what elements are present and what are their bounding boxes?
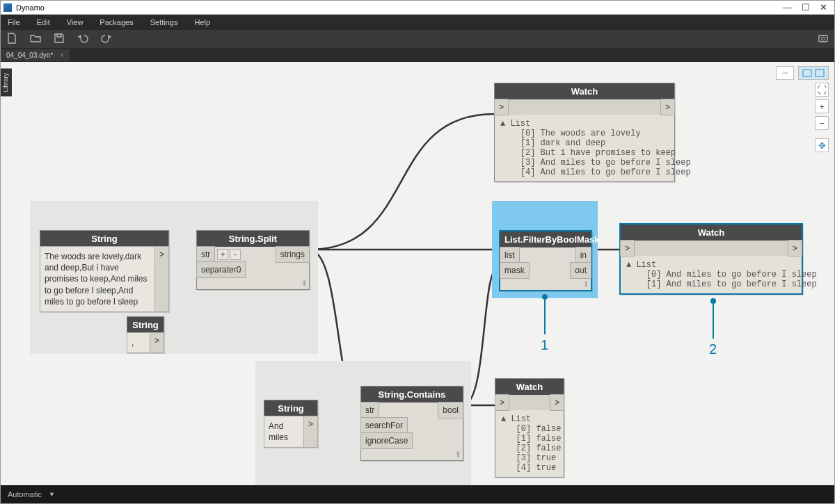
output-port-bool[interactable]: bool (438, 402, 463, 418)
window-maximize-button[interactable]: ☐ (802, 2, 810, 13)
undo-icon[interactable] (77, 33, 88, 46)
input-port[interactable]: > (494, 99, 509, 115)
input-port-mask[interactable]: mask (500, 262, 530, 279)
callout-2: 2 (709, 298, 717, 357)
node-title: String (40, 231, 168, 247)
menu-file[interactable]: File (8, 18, 20, 26)
input-port[interactable]: > (620, 240, 635, 257)
title-bar: Dynamo — ☐ ✕ (1, 1, 834, 15)
svg-point-1 (822, 37, 825, 40)
output-port[interactable]: > (150, 332, 164, 353)
string-value[interactable]: The woods are lovely,dark and deep,But i… (40, 246, 156, 312)
screenshot-icon[interactable] (818, 33, 829, 46)
node-string-split[interactable]: String.Split str + - strings separater0 … (196, 230, 310, 290)
redo-icon[interactable] (101, 33, 112, 46)
lacing-icon[interactable]: ⦀ (456, 450, 460, 459)
watch-content: ▲ List [0] false [1] false [2] false [3]… (495, 410, 564, 477)
watch-content: ▲ List [0] The woods are lovely [1] dark… (495, 115, 674, 181)
input-port-ignorecase[interactable]: ignoreCase (360, 432, 413, 449)
input-port-list[interactable]: list (500, 247, 520, 263)
string-value[interactable]: And miles (264, 416, 305, 448)
open-file-icon[interactable] (30, 33, 41, 46)
node-filter-by-bool-mask[interactable]: List.FilterByBoolMask list in mask out ⦀ (499, 230, 592, 291)
node-title: Watch (621, 225, 802, 241)
input-port[interactable]: > (495, 394, 509, 411)
toolbar (1, 30, 834, 48)
string-value[interactable]: , (127, 332, 151, 353)
run-mode-selector[interactable]: Automatic ▼ (8, 490, 55, 498)
node-string-input-2[interactable]: String , > (127, 316, 164, 353)
node-title: List.FilterByBoolMask (500, 231, 591, 247)
node-title: Watch (495, 83, 674, 99)
new-file-icon[interactable] (6, 33, 17, 46)
svg-rect-0 (819, 35, 827, 42)
input-port-separator[interactable]: separater0 (196, 261, 246, 278)
menu-bar: File Edit View Packages Settings Help (1, 15, 834, 30)
input-port-searchfor[interactable]: searchFor (360, 417, 408, 434)
node-title: String.Split (197, 231, 309, 247)
node-string-contains[interactable]: String.Contains str bool searchFor ignor… (360, 386, 463, 461)
output-port-strings[interactable]: strings (276, 246, 310, 263)
menu-view[interactable]: View (67, 18, 84, 26)
input-port-str[interactable]: str (360, 402, 379, 418)
remove-input-button[interactable]: - (230, 249, 241, 260)
node-title: String (264, 400, 317, 416)
lacing-icon[interactable]: ⦀ (584, 279, 588, 288)
menu-help[interactable]: Help (194, 18, 210, 26)
node-title: String.Contains (361, 387, 463, 403)
input-port-str[interactable]: str (196, 246, 215, 263)
output-port[interactable]: > (154, 246, 169, 312)
menu-packages[interactable]: Packages (100, 18, 133, 26)
status-bar: Automatic ▼ (1, 485, 834, 503)
node-string-input-3[interactable]: String And miles > (264, 400, 318, 448)
watch-content: ▲ List [0] And miles to go before I slee… (621, 256, 802, 293)
node-watch-1[interactable]: Watch > > ▲ List [0] The woods are lovel… (494, 83, 675, 182)
tab-close-icon[interactable]: × (60, 51, 64, 59)
node-title: String (127, 317, 164, 333)
app-title: Dynamo (16, 3, 45, 12)
document-tabs: 04_04_03.dyn* × (1, 48, 834, 62)
window-close-button[interactable]: ✕ (820, 2, 827, 13)
output-port[interactable]: > (788, 240, 802, 257)
add-input-button[interactable]: + (217, 249, 228, 260)
app-logo-icon (3, 3, 12, 12)
callout-1: 1 (541, 294, 548, 353)
chevron-down-icon: ▼ (49, 491, 55, 498)
menu-settings[interactable]: Settings (150, 18, 178, 26)
node-watch-3[interactable]: Watch > > ▲ List [0] And miles to go bef… (619, 223, 803, 295)
window-minimize-button[interactable]: — (783, 2, 792, 13)
save-file-icon[interactable] (54, 33, 65, 46)
lacing-icon[interactable]: ⦀ (303, 279, 306, 288)
output-port-out[interactable]: out (570, 262, 591, 279)
node-title: Watch (495, 379, 564, 395)
output-port-in[interactable]: in (575, 247, 591, 263)
tab-label: 04_04_03.dyn* (6, 51, 53, 59)
output-port[interactable]: > (550, 394, 564, 411)
node-watch-2[interactable]: Watch > > ▲ List [0] false [1] false [2]… (495, 378, 564, 478)
menu-edit[interactable]: Edit (37, 18, 50, 26)
workspace[interactable]: Library ⛶ + − ✥ (1, 62, 834, 485)
tab-document[interactable]: 04_04_03.dyn* × (1, 49, 70, 61)
node-string-input-1[interactable]: String The woods are lovely,dark and dee… (40, 230, 169, 312)
output-port[interactable]: > (303, 416, 318, 448)
run-mode-label: Automatic (8, 490, 42, 498)
output-port[interactable]: > (660, 99, 675, 115)
